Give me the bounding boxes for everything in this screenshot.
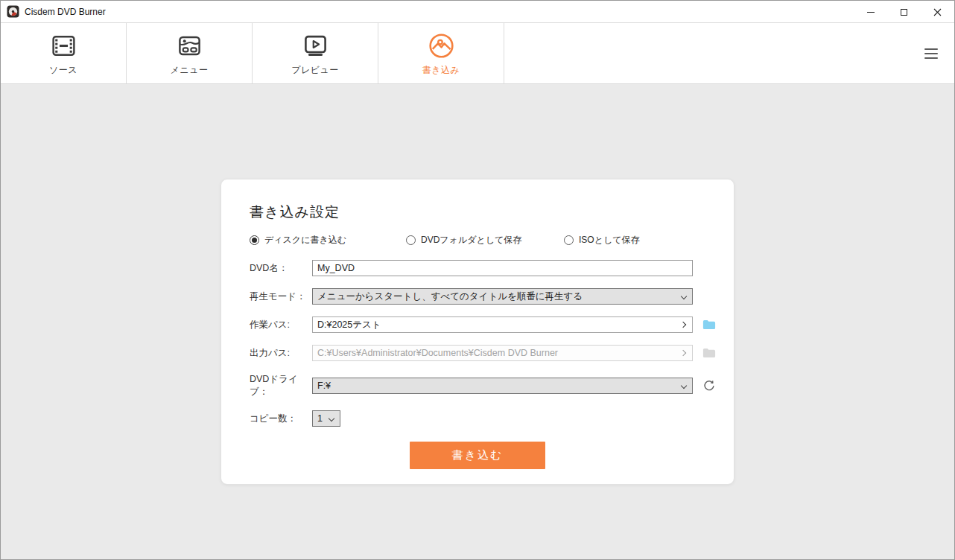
burn-settings-panel: 書き込み設定 ディスクに書き込む DVDフォルダとして保存 ISOとして保存 D… <box>220 179 735 485</box>
output-path-label: 出力パス: <box>250 347 312 360</box>
preview-player-icon <box>302 32 329 60</box>
hamburger-menu-button[interactable] <box>924 46 938 61</box>
dvd-name-input[interactable] <box>312 260 693 276</box>
panel-title: 書き込み設定 <box>250 203 705 222</box>
play-mode-row: 再生モード： メニューからスタートし、すべてのタイトルを順番に再生する <box>250 288 705 305</box>
play-mode-label: 再生モード： <box>250 290 312 303</box>
work-path-field[interactable]: D:¥2025テスト <box>312 316 693 333</box>
dvd-drive-value: F:¥ <box>317 381 331 391</box>
title-bar: Cisdem DVD Burner <box>1 1 954 23</box>
copies-value: 1 <box>317 413 323 424</box>
tab-menu[interactable]: メニュー <box>127 23 253 83</box>
radio-burn-to-disc[interactable]: ディスクに書き込む <box>250 234 406 246</box>
chevron-down-icon <box>329 416 334 421</box>
chevron-right-icon <box>680 350 686 356</box>
output-path-value: C:¥Users¥Administrator¥Documents¥Cisdem … <box>317 348 558 358</box>
dvd-drive-row: DVDドライブ： F:¥ <box>250 373 705 398</box>
tab-burn[interactable]: 書き込み <box>378 23 504 83</box>
window-title: Cisdem DVD Burner <box>25 7 106 17</box>
radio-unselected-icon <box>406 235 416 245</box>
tab-menu-label: メニュー <box>171 64 209 77</box>
main-tab-bar: ソース メニュー プレビュー 書き込み <box>1 23 954 84</box>
chevron-down-icon <box>681 383 687 389</box>
app-logo-icon <box>7 5 19 18</box>
dvd-name-label: DVD名： <box>250 262 312 275</box>
menu-template-icon <box>176 32 203 60</box>
chevron-right-icon <box>680 322 686 328</box>
copies-select[interactable]: 1 <box>312 410 340 427</box>
minimize-button[interactable] <box>854 1 887 23</box>
radio-save-as-dvd-folder-label: DVDフォルダとして保存 <box>421 234 521 246</box>
chevron-down-icon <box>681 293 687 299</box>
radio-burn-to-disc-label: ディスクに書き込む <box>264 234 346 246</box>
tab-burn-label: 書き込み <box>422 64 460 77</box>
dvd-name-row: DVD名： <box>250 260 705 276</box>
copies-label: コピー数： <box>250 413 312 425</box>
window-controls <box>854 1 954 23</box>
play-mode-value: メニューからスタートし、すべてのタイトルを順番に再生する <box>317 290 583 303</box>
work-path-value: D:¥2025テスト <box>317 319 381 331</box>
work-path-row: 作業パス: D:¥2025テスト <box>250 316 705 333</box>
play-mode-select[interactable]: メニューからスタートし、すべてのタイトルを順番に再生する <box>312 288 693 305</box>
copies-row: コピー数： 1 <box>250 410 705 427</box>
minimize-icon <box>867 12 875 13</box>
radio-selected-icon <box>250 235 259 245</box>
radio-save-as-iso[interactable]: ISOとして保存 <box>564 234 640 246</box>
film-source-icon <box>50 32 77 60</box>
burn-icon <box>428 32 455 60</box>
refresh-drives-button[interactable] <box>702 379 716 392</box>
dvd-drive-select[interactable]: F:¥ <box>312 378 693 394</box>
tab-preview[interactable]: プレビュー <box>253 23 378 83</box>
hamburger-icon <box>924 48 938 50</box>
burn-target-radio-group: ディスクに書き込む DVDフォルダとして保存 ISOとして保存 <box>250 234 705 246</box>
close-button[interactable] <box>921 1 954 23</box>
output-path-row: 出力パス: C:¥Users¥Administrator¥Documents¥C… <box>250 345 705 361</box>
radio-unselected-icon <box>564 235 574 245</box>
work-path-label: 作業パス: <box>250 319 312 331</box>
content-area: 書き込み設定 ディスクに書き込む DVDフォルダとして保存 ISOとして保存 D… <box>1 84 954 560</box>
tab-source-label: ソース <box>49 64 77 77</box>
maximize-icon <box>901 9 907 16</box>
close-icon <box>933 8 942 16</box>
tab-source[interactable]: ソース <box>1 23 127 83</box>
tab-preview-label: プレビュー <box>291 64 339 77</box>
burn-button[interactable]: 書き込む <box>410 442 545 469</box>
output-path-field[interactable]: C:¥Users¥Administrator¥Documents¥Cisdem … <box>312 345 693 361</box>
maximize-button[interactable] <box>887 1 921 23</box>
radio-save-as-iso-label: ISOとして保存 <box>579 234 640 246</box>
dvd-drive-label: DVDドライブ： <box>250 373 312 398</box>
radio-save-as-dvd-folder[interactable]: DVDフォルダとして保存 <box>406 234 564 246</box>
open-output-folder-button[interactable] <box>702 346 716 360</box>
open-work-folder-button[interactable] <box>702 318 716 331</box>
